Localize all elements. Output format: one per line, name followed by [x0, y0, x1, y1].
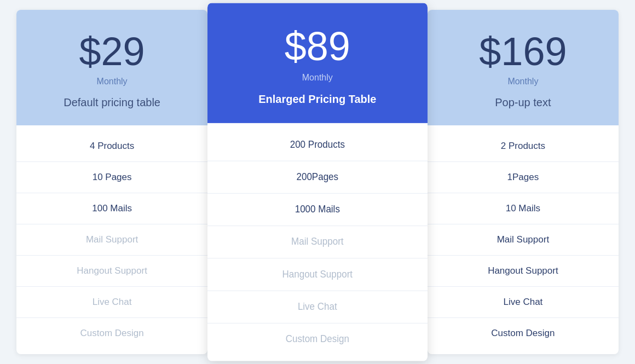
feature-item: 10 Mails — [428, 193, 619, 224]
plan-price-enterprise: $169 — [444, 32, 602, 71]
pricing-card-enterprise: $169MonthlyPop-up text2 Products1Pages10… — [428, 10, 619, 354]
plan-name-pro: Enlarged Pricing Table — [224, 93, 411, 106]
feature-item: 200Pages — [207, 161, 428, 194]
pricing-container: $29MonthlyDefault pricing table4 Product… — [16, 10, 619, 354]
plan-header-enterprise: $169MonthlyPop-up text — [428, 10, 619, 125]
feature-item: Live Chat — [16, 287, 207, 318]
feature-item: 200 Products — [207, 129, 428, 161]
pricing-card-basic: $29MonthlyDefault pricing table4 Product… — [16, 10, 207, 354]
feature-item: Hangout Support — [428, 256, 619, 287]
feature-item: Mail Support — [428, 224, 619, 256]
plan-header-basic: $29MonthlyDefault pricing table — [16, 10, 207, 125]
feature-item: Custom Design — [16, 318, 207, 349]
feature-item: 100 Mails — [16, 193, 207, 224]
feature-item: Hangout Support — [207, 258, 428, 291]
feature-item: Live Chat — [428, 287, 619, 318]
plan-name-basic: Default pricing table — [33, 96, 191, 109]
feature-item: 10 Pages — [16, 162, 207, 193]
feature-item: Live Chat — [207, 291, 428, 323]
plan-period-basic: Monthly — [33, 77, 191, 86]
feature-item: 4 Products — [16, 131, 207, 162]
plan-header-pro: $89MonthlyEnlarged Pricing Table — [207, 3, 428, 123]
plan-price-pro: $89 — [224, 26, 411, 67]
feature-item: 1Pages — [428, 162, 619, 193]
feature-item: 1000 Mails — [207, 194, 428, 226]
features-list-pro: 200 Products200Pages1000 MailsMail Suppo… — [207, 123, 428, 361]
features-list-basic: 4 Products10 Pages100 MailsMail SupportH… — [16, 125, 207, 354]
pricing-card-pro: $89MonthlyEnlarged Pricing Table200 Prod… — [207, 3, 428, 361]
feature-item: Mail Support — [16, 224, 207, 256]
feature-item: Mail Support — [207, 226, 428, 258]
feature-item: Custom Design — [207, 323, 428, 355]
feature-item: Hangout Support — [16, 256, 207, 287]
feature-item: 2 Products — [428, 131, 619, 162]
plan-period-enterprise: Monthly — [444, 77, 602, 86]
plan-price-basic: $29 — [33, 32, 191, 71]
plan-name-enterprise: Pop-up text — [444, 96, 602, 109]
feature-item: Custom Design — [428, 318, 619, 349]
features-list-enterprise: 2 Products1Pages10 MailsMail SupportHang… — [428, 125, 619, 354]
plan-period-pro: Monthly — [224, 72, 411, 83]
